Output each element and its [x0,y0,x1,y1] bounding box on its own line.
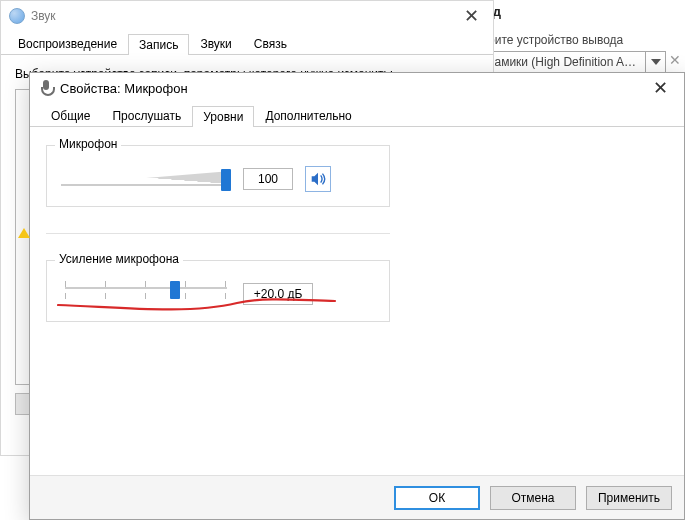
microphone-level-slider[interactable] [61,167,231,191]
props-tabs: Общие Прослушать Уровни Дополнительно [30,103,684,127]
microphone-boost-group: Усиление микрофона +20.0 дБ [46,260,390,322]
microphone-level-value[interactable]: 100 [243,168,293,190]
microphone-mute-button[interactable] [305,166,331,192]
output-select-label: ыберите устройство вывода [466,33,685,47]
props-footer: ОК Отмена Применить [30,475,684,519]
tab-sounds[interactable]: Звуки [189,33,242,54]
cancel-button[interactable]: Отмена [490,486,576,510]
output-device-combo[interactable]: Динамики (High Definition Audio... [466,51,666,73]
props-title-text: Свойства: Микрофон [60,81,188,96]
microphone-icon [40,80,52,96]
tab-general[interactable]: Общие [40,105,101,126]
apply-button[interactable]: Применить [586,486,672,510]
sound-title-text: Звук [31,9,56,23]
sound-titlebar: Звук ✕ [1,1,493,31]
sound-app-icon [9,8,25,24]
sound-close-icon[interactable]: ✕ [454,7,489,25]
group-separator [46,233,390,234]
microphone-level-group: Микрофон 100 [46,145,390,207]
tab-communications[interactable]: Связь [243,33,298,54]
microphone-boost-slider[interactable] [61,281,231,307]
device-alert-icon [18,228,30,238]
ok-button[interactable]: ОК [394,486,480,510]
microphone-boost-heading: Усиление микрофона [55,252,183,266]
tab-listen[interactable]: Прослушать [101,105,192,126]
microphone-properties-dialog: Свойства: Микрофон ✕ Общие Прослушать Ур… [29,72,685,520]
tab-levels[interactable]: Уровни [192,106,254,127]
microphone-boost-value[interactable]: +20.0 дБ [243,283,313,305]
tab-recording[interactable]: Запись [128,34,189,55]
microphone-level-heading: Микрофон [55,137,121,151]
tab-advanced[interactable]: Дополнительно [254,105,362,126]
props-titlebar: Свойства: Микрофон ✕ [30,73,684,103]
props-close-icon[interactable]: ✕ [641,77,680,99]
close-icon[interactable]: ✕ [669,52,681,68]
sound-tabs: Воспроизведение Запись Звуки Связь [1,31,493,55]
tab-playback[interactable]: Воспроизведение [7,33,128,54]
chevron-down-icon [645,52,665,72]
speaker-icon [309,170,327,188]
